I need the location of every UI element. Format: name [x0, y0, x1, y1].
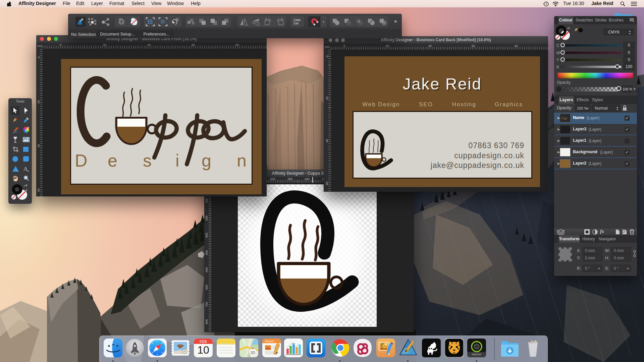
svg-text:i: i [175, 151, 179, 170]
svg-text:n: n [237, 151, 247, 170]
svg-text:3D: 3D [251, 351, 255, 355]
svg-text:Cup: Cup [561, 116, 567, 120]
svg-text:FEB: FEB [200, 340, 207, 344]
svg-text:s: s [143, 151, 152, 170]
svg-text:g: g [202, 151, 211, 170]
svg-text:wacom: wacom [472, 353, 482, 356]
svg-text:A: A [23, 166, 28, 172]
svg-text:10: 10 [197, 344, 209, 356]
svg-text:PAGES: PAGES [265, 340, 274, 343]
svg-text:D: D [75, 151, 88, 170]
svg-text:e: e [108, 151, 117, 170]
